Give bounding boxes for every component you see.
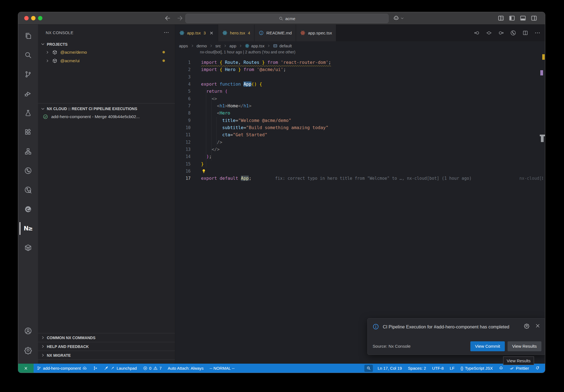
view-results-button[interactable]: View Results xyxy=(508,341,541,351)
section-nx-migrate[interactable]: NX MIGRATE xyxy=(38,351,175,360)
activity-extensions[interactable] xyxy=(18,122,38,142)
line-number[interactable]: 11 xyxy=(175,131,191,138)
line-number[interactable]: 17 xyxy=(175,175,191,182)
toggle-secondary-sidebar-icon[interactable] xyxy=(530,15,538,22)
sidebar-more-actions-icon[interactable] xyxy=(163,29,169,36)
activity-accounts[interactable] xyxy=(18,321,38,341)
section-help-and-feedback[interactable]: HELP AND FEEDBACK xyxy=(38,342,175,351)
line-number[interactable]: 6 xyxy=(175,95,191,102)
more-actions-icon[interactable] xyxy=(534,30,541,36)
line-number[interactable]: 5 xyxy=(175,88,191,95)
code-line-3[interactable]: 3 xyxy=(175,74,545,81)
activity-source-control[interactable] xyxy=(18,65,38,84)
code-line-1[interactable]: 1import { Route, Routes } from 'react-ro… xyxy=(175,59,545,66)
code-editor[interactable]: 1import { Route, Routes } from 'react-ro… xyxy=(175,57,545,364)
activity-containers[interactable] xyxy=(18,238,38,257)
project-row[interactable]: @acme/demo xyxy=(38,48,175,56)
git-graph-icon[interactable] xyxy=(510,30,516,36)
status-auto-attach[interactable]: Auto Attach: Always xyxy=(165,364,207,373)
code-line-10[interactable]: 10 subtitle="Build something amazing tod… xyxy=(175,124,545,131)
status-git-graph[interactable] xyxy=(90,364,101,373)
tab-app.spec.tsx[interactable]: app.spec.tsx xyxy=(296,24,336,41)
project-row[interactable]: @acme/ui xyxy=(38,56,175,65)
lightbulb-icon[interactable] xyxy=(201,168,207,174)
history-forward-icon[interactable] xyxy=(176,15,183,22)
code-line-5[interactable]: 5 return ( xyxy=(175,88,545,95)
tab-README.md[interactable]: README.md xyxy=(254,24,296,41)
history-back-icon[interactable] xyxy=(164,15,171,22)
activity-nx-console[interactable]: N≥ xyxy=(18,219,38,238)
status-cursor-position[interactable]: Ln 17, Col 19 xyxy=(375,364,405,373)
notification-settings-icon[interactable] xyxy=(524,323,530,329)
code-line-8[interactable]: 8 <Hero xyxy=(175,110,545,117)
line-number[interactable]: 13 xyxy=(175,146,191,153)
line-number[interactable]: 2 xyxy=(175,66,191,73)
status-zoom-indicator[interactable] xyxy=(364,365,373,372)
ci-pipeline-row[interactable]: add-hero-component - Merge 409b44e5cb02.… xyxy=(38,112,175,121)
status-encoding[interactable]: UTF-8 xyxy=(429,364,447,373)
code-line-17[interactable]: 17nx-cloud[bexport default App;fix: corr… xyxy=(175,175,545,182)
toggle-sidebar-icon[interactable] xyxy=(508,15,516,22)
status-git-branch[interactable]: add-hero-component xyxy=(34,364,90,373)
annotate-back-icon[interactable] xyxy=(474,30,480,36)
tab-hero.tsx[interactable]: hero.tsx4 xyxy=(218,24,254,41)
activity-project-hierarchy[interactable] xyxy=(18,142,38,161)
close-icon[interactable] xyxy=(209,31,214,35)
activity-explorer[interactable] xyxy=(18,26,38,45)
split-editor-icon[interactable] xyxy=(522,30,528,36)
commit-graph-icon[interactable] xyxy=(486,30,492,36)
status-language-mode[interactable]: {}TypeScript JSX xyxy=(457,364,496,373)
line-number[interactable]: 14 xyxy=(175,153,191,160)
status-vim-mode[interactable]: -- NORMAL -- xyxy=(207,364,238,373)
activity-search[interactable] xyxy=(18,45,38,65)
breadcrumb-app.tsx[interactable]: app.tsx xyxy=(245,43,264,48)
breadcrumb-demo[interactable]: demo xyxy=(197,43,207,48)
status-eol[interactable]: LF xyxy=(447,364,457,373)
toggle-panel-icon[interactable] xyxy=(519,15,527,22)
code-line-9[interactable]: 9 title="Welcome @acme/demo" xyxy=(175,117,545,124)
close-window-button[interactable] xyxy=(24,16,29,20)
line-number[interactable]: 3 xyxy=(175,74,191,81)
code-line-6[interactable]: 6 <> xyxy=(175,95,545,102)
close-icon[interactable] xyxy=(535,323,541,329)
annotate-forward-icon[interactable] xyxy=(498,30,504,36)
status-indentation[interactable]: Spaces: 2 xyxy=(405,364,429,373)
code-line-7[interactable]: 7 <h1>Home</h1> xyxy=(175,102,545,110)
breadcrumb-default[interactable]: default xyxy=(273,43,292,48)
line-number[interactable]: 4 xyxy=(175,81,191,88)
inline-blame-codelens[interactable]: nx-cloud[bot], 1 hour ago | 2 authors (Y… xyxy=(175,50,545,57)
line-number[interactable]: 8 xyxy=(175,110,191,117)
section-nx-cloud[interactable]: NX CLOUD :: RECENT CI PIPELINE EXECUTION… xyxy=(38,105,175,112)
code-line-12[interactable]: 12 /> xyxy=(175,139,545,146)
breadcrumb-apps[interactable]: apps xyxy=(179,43,188,48)
code-line-14[interactable]: 14 ); xyxy=(175,153,545,160)
line-number[interactable]: 10 xyxy=(175,124,191,131)
code-line-4[interactable]: 4export function App() { xyxy=(175,81,545,88)
copilot-menu[interactable] xyxy=(393,15,404,22)
line-number[interactable]: 1 xyxy=(175,59,191,66)
view-commit-button[interactable]: View Commit xyxy=(470,341,505,351)
status-remote-indicator[interactable] xyxy=(18,364,34,373)
tab-app.tsx[interactable]: app.tsx3 xyxy=(175,24,218,41)
code-line-11[interactable]: 11 cta="Get Started" xyxy=(175,131,545,138)
activity-pipeline[interactable] xyxy=(18,161,38,180)
minimize-window-button[interactable] xyxy=(31,16,36,20)
section-projects[interactable]: PROJECTS xyxy=(38,40,175,48)
line-number[interactable]: 16 xyxy=(175,168,191,175)
code-line-13[interactable]: 13 </> xyxy=(175,146,545,153)
code-line-16[interactable]: 16 xyxy=(175,168,545,175)
status-problems[interactable]: 07 xyxy=(140,364,165,373)
activity-edge-devtools[interactable] xyxy=(18,200,38,219)
line-number[interactable]: 12 xyxy=(175,139,191,146)
code-line-2[interactable]: 2import { Hero } from '@acme/ui'; xyxy=(175,66,545,73)
section-common-nx-commands[interactable]: COMMON NX COMMANDS xyxy=(38,333,175,342)
line-number[interactable]: 9 xyxy=(175,117,191,124)
line-number[interactable]: 15 xyxy=(175,160,191,168)
breadcrumb-src[interactable]: src xyxy=(215,43,221,48)
line-number[interactable]: 7 xyxy=(175,102,191,110)
status-launchpad[interactable]: Launchpad xyxy=(101,364,140,373)
zoom-window-button[interactable] xyxy=(38,16,42,20)
code-line-15[interactable]: 15} xyxy=(175,160,545,168)
breadcrumb-app[interactable]: app xyxy=(229,43,236,48)
customize-layout-icon[interactable] xyxy=(497,15,505,22)
